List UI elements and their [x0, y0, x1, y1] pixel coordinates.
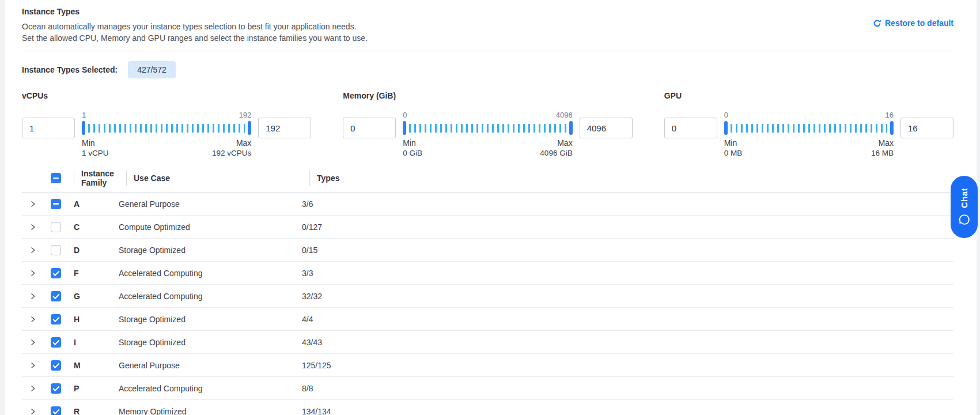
gpu-slider-track[interactable] — [724, 121, 894, 135]
expand-chevron-icon[interactable] — [29, 246, 37, 254]
refresh-icon — [873, 19, 881, 28]
instance-types-panel: Instance Types Ocean automatically manag… — [22, 5, 953, 415]
expand-chevron-icon[interactable] — [29, 315, 37, 323]
memory-slider-max-handle[interactable] — [569, 121, 573, 135]
expand-chevron-icon[interactable] — [29, 269, 37, 277]
row-checkbox[interactable] — [51, 383, 61, 394]
instance-family-cell: G — [74, 292, 119, 301]
row-checkbox[interactable] — [51, 406, 61, 415]
vcpus-min-caption: Min — [82, 138, 95, 148]
memory-max-input[interactable] — [580, 118, 633, 138]
range-sliders-section: vCPUs 1 192 Min Max — [22, 91, 953, 157]
expand-chevron-icon[interactable] — [29, 223, 37, 231]
expand-chevron-icon[interactable] — [29, 384, 37, 393]
types-count-cell: 125/125 — [302, 361, 953, 370]
gpu-label: GPU — [664, 91, 953, 100]
description-line-2: Set the allowed CPU, Memory and GPU rang… — [22, 33, 953, 44]
vcpus-label: vCPUs — [22, 91, 311, 100]
vcpus-slider-min-handle[interactable] — [82, 121, 85, 135]
gpu-min-caption: Min — [724, 138, 737, 148]
instance-family-cell: R — [74, 407, 119, 415]
column-header-use-case: Use Case — [134, 173, 309, 183]
memory-min-input[interactable] — [343, 118, 396, 138]
memory-slider-track[interactable] — [403, 121, 572, 135]
expand-chevron-icon[interactable] — [29, 292, 37, 300]
gpu-slider-max-handle[interactable] — [890, 121, 894, 135]
gpu-scale-max: 16 — [886, 111, 894, 119]
memory-scale-min: 0 — [403, 111, 407, 119]
vcpus-scale-min: 1 — [82, 111, 86, 119]
use-case-cell: Memory Optimized — [119, 407, 302, 415]
vcpus-max-input[interactable] — [258, 118, 311, 138]
memory-slider-min-handle[interactable] — [403, 121, 406, 135]
instance-family-cell: I — [74, 338, 119, 347]
row-checkbox[interactable] — [51, 337, 61, 348]
gpu-max-caption: Max — [879, 138, 894, 148]
use-case-cell: General Purpose — [119, 199, 302, 209]
row-checkbox[interactable] — [51, 222, 61, 232]
gpu-slider-min-handle[interactable] — [724, 121, 728, 135]
vcpus-slider-max-handle[interactable] — [248, 121, 251, 135]
row-checkbox[interactable] — [51, 245, 61, 255]
use-case-cell: Accelerated Computing — [119, 384, 302, 393]
gpu-min-input[interactable] — [664, 118, 717, 138]
memory-scale-max: 4096 — [556, 111, 573, 119]
instance-family-cell: F — [74, 269, 119, 278]
gpu-max-input[interactable] — [900, 118, 953, 138]
select-all-checkbox[interactable] — [51, 173, 61, 183]
use-case-cell: General Purpose — [119, 361, 302, 370]
gpu-max-sublabel: 16 MB — [871, 149, 894, 157]
types-count-cell: 3/3 — [302, 269, 953, 278]
memory-label: Memory (GiB) — [343, 91, 632, 100]
instance-family-cell: H — [74, 315, 119, 324]
use-case-cell: Storage Optimized — [119, 246, 302, 255]
types-count-cell: 3/6 — [302, 199, 953, 209]
column-header-family: Instance Family — [81, 169, 119, 187]
expand-chevron-icon[interactable] — [29, 408, 37, 415]
vcpus-max-sublabel: 192 vCPUs — [212, 149, 251, 157]
types-count-cell: 134/134 — [302, 407, 953, 415]
table-row: A General Purpose 3/6 — [22, 193, 953, 216]
instance-family-cell: C — [74, 222, 119, 232]
use-case-cell: Compute Optimized — [119, 222, 302, 232]
instance-family-cell: P — [74, 384, 119, 393]
expand-chevron-icon[interactable] — [29, 361, 37, 369]
selected-count-badge: 427/572 — [128, 61, 176, 78]
table-row: D Storage Optimized 0/15 — [22, 239, 953, 262]
expand-chevron-icon[interactable] — [29, 338, 37, 346]
header-divider — [22, 51, 953, 51]
table-row: G Accelerated Computing 32/32 — [22, 285, 953, 308]
table-row: P Accelerated Computing 8/8 — [22, 377, 953, 400]
table-row: R Memory Optimized 134/134 — [22, 400, 953, 415]
vcpus-scale-max: 192 — [239, 111, 252, 119]
vcpus-min-sublabel: 1 vCPU — [82, 149, 109, 157]
row-checkbox[interactable] — [51, 268, 61, 278]
memory-scale-values: 0 4096 — [403, 108, 572, 121]
row-checkbox[interactable] — [51, 314, 61, 325]
panel-header: Instance Types Ocean automatically manag… — [22, 5, 953, 51]
gpu-min-sublabel: 0 MB — [724, 149, 743, 157]
vcpus-min-input[interactable] — [22, 118, 75, 138]
expand-chevron-icon[interactable] — [29, 200, 37, 208]
chat-button[interactable]: Chat — [951, 176, 978, 238]
table-row: F Accelerated Computing 3/3 — [22, 262, 953, 285]
gpu-scale-values: 0 16 — [724, 108, 894, 121]
row-checkbox[interactable] — [51, 360, 61, 371]
gpu-scale-min: 0 — [724, 111, 728, 119]
row-checkbox[interactable] — [51, 199, 61, 209]
table-row: I Storage Optimized 43/43 — [22, 331, 953, 354]
restore-to-default-button[interactable]: Restore to default — [873, 18, 953, 28]
types-count-cell: 43/43 — [302, 338, 953, 347]
instance-family-cell: M — [74, 361, 119, 370]
memory-slider-ticks — [409, 124, 566, 133]
vcpus-slider-track[interactable] — [82, 121, 251, 135]
row-checkbox[interactable] — [51, 291, 61, 301]
panel-description: Ocean automatically manages your instanc… — [22, 21, 953, 44]
chat-button-label: Chat — [959, 188, 969, 208]
left-edge-strip — [0, 0, 5, 415]
instance-family-cell: A — [74, 199, 119, 209]
use-case-cell: Accelerated Computing — [119, 292, 302, 301]
table-body: A General Purpose 3/6 C Compute Optimize… — [22, 193, 953, 415]
instance-family-cell: D — [74, 246, 119, 255]
gpu-slider-group: GPU 0 16 Min Max — [664, 91, 953, 157]
